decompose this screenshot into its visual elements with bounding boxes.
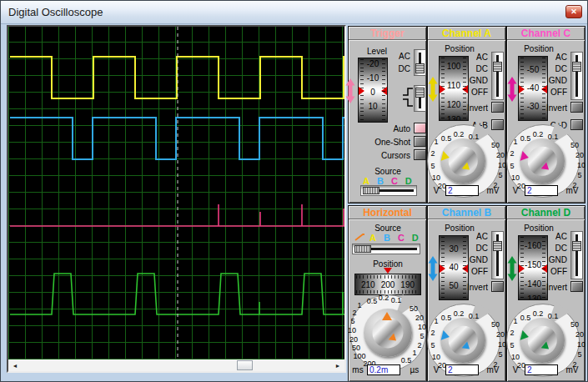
dial-scale-label: 10 bbox=[348, 326, 356, 334]
trigger-title: Trigger bbox=[349, 27, 426, 40]
scale-indicator bbox=[382, 312, 392, 320]
dial-scale-label: 5 bbox=[577, 350, 581, 359]
dial-scale-label: 0.5 bbox=[441, 314, 452, 322]
coupling-slider[interactable] bbox=[570, 231, 583, 279]
dial-scale-label: 1 bbox=[434, 317, 438, 325]
horizontal-position-gauge[interactable]: 210 200 190 bbox=[354, 274, 421, 295]
invert-button[interactable] bbox=[491, 102, 504, 113]
channel-c-title: Channel C bbox=[507, 27, 585, 40]
slider-handle[interactable] bbox=[415, 88, 425, 98]
scroll-right-icon[interactable]: ► bbox=[331, 359, 344, 371]
dial-scale-label: 50 bbox=[491, 141, 500, 149]
source-a: A bbox=[369, 233, 376, 243]
dial-scale-label: 0.1 bbox=[548, 133, 559, 141]
channel-a-panel: Channel A Position 100 110 120 130 AC DC… bbox=[427, 26, 506, 204]
unit-right: µs bbox=[404, 365, 425, 374]
slider-handle[interactable] bbox=[493, 241, 502, 251]
dial-scale-label: 10 bbox=[577, 161, 585, 169]
title-bar[interactable]: Digital Oscilloscope ✕ bbox=[1, 1, 587, 24]
level-drag-arrow[interactable] bbox=[345, 78, 355, 103]
gauge-marker-left bbox=[440, 264, 445, 273]
coupling-labels: AC DC GND OFF bbox=[530, 52, 567, 98]
scope-screen[interactable] bbox=[8, 27, 344, 359]
unit-left: V bbox=[430, 186, 443, 195]
coupling-labels: AC DC GND OFF bbox=[451, 231, 488, 278]
ac-label: AC bbox=[379, 50, 410, 63]
horizontal-source-slider[interactable] bbox=[352, 244, 420, 254]
slider-handle[interactable] bbox=[363, 187, 379, 194]
timebase-value-input[interactable] bbox=[367, 364, 400, 375]
dial-scale-label: 2 bbox=[430, 149, 435, 158]
unit-right: mV bbox=[481, 186, 505, 195]
scale-value-input[interactable] bbox=[525, 364, 558, 375]
position-drag-arrow[interactable] bbox=[428, 77, 438, 102]
one-shot-button[interactable] bbox=[414, 136, 426, 147]
one-shot-label: One-Shot bbox=[352, 138, 410, 147]
slider-handle[interactable] bbox=[493, 62, 502, 72]
unit-left: V bbox=[430, 365, 443, 374]
unit-right: mV bbox=[560, 186, 584, 195]
rising-edge-icon bbox=[402, 87, 414, 97]
gauge-marker-left bbox=[359, 87, 364, 95]
invert-button[interactable] bbox=[570, 281, 583, 292]
dial-scale-label: 2 bbox=[510, 149, 514, 158]
coupling-slider[interactable] bbox=[491, 231, 504, 279]
cursors-label: Cursors bbox=[352, 151, 410, 160]
dial-scale-label: 0.2 bbox=[533, 309, 544, 318]
slider-handle[interactable] bbox=[354, 245, 371, 253]
channel-d-title: Channel D bbox=[507, 206, 585, 219]
invert-button[interactable] bbox=[491, 281, 504, 292]
window-title: Digital Oscilloscope bbox=[8, 6, 103, 18]
scrollbar-thumb[interactable] bbox=[237, 360, 253, 370]
horizontal-scrollbar[interactable]: ◄ ► bbox=[8, 359, 344, 371]
dial-scale-label: 20 bbox=[496, 151, 505, 159]
edge-ramp-icon bbox=[354, 233, 366, 242]
dial-scale-label: 20 bbox=[415, 314, 424, 322]
dial-scale-label: 20 bbox=[349, 335, 358, 344]
dial-scale-label: 5 bbox=[498, 171, 502, 179]
slider-handle[interactable] bbox=[415, 63, 425, 73]
invert-label: Invert bbox=[431, 103, 488, 113]
dial-scale-label: 5 bbox=[510, 341, 514, 349]
dial-scale-label: 5 bbox=[498, 350, 502, 359]
gauge-marker-top bbox=[384, 268, 392, 274]
dial-scale-label: 1 bbox=[513, 138, 517, 146]
position-drag-arrow[interactable] bbox=[428, 256, 438, 281]
dial-scale-label: 5 bbox=[510, 162, 514, 170]
dial-scale-label: 50 bbox=[570, 320, 579, 329]
dial-scale-label: 5 bbox=[350, 317, 354, 325]
position-drag-arrow[interactable] bbox=[507, 77, 517, 102]
dial-scale-label: 0.5 bbox=[520, 314, 531, 322]
coupling-slider[interactable] bbox=[570, 52, 583, 100]
gauge-marker-right bbox=[381, 87, 387, 95]
cursors-button[interactable] bbox=[414, 149, 426, 160]
horizontal-source-options: A B C D bbox=[369, 233, 419, 243]
dial-scale-label: 20 bbox=[575, 151, 584, 159]
dial-scale-label: 1 bbox=[412, 349, 416, 357]
slider-handle[interactable] bbox=[572, 62, 581, 72]
trigger-source-slider[interactable] bbox=[360, 185, 417, 196]
close-button[interactable]: ✕ bbox=[565, 5, 582, 18]
invert-button[interactable] bbox=[570, 102, 583, 113]
channel-a-title: Channel A bbox=[428, 27, 505, 40]
dial-scale-label: 2 bbox=[430, 329, 435, 337]
gauge-value: -130 bbox=[519, 294, 547, 300]
position-drag-arrow[interactable] bbox=[507, 256, 517, 281]
dial-scale-label: 10 bbox=[498, 161, 506, 169]
coupling-slider[interactable] bbox=[491, 52, 504, 100]
dial-scale-label: 5 bbox=[430, 341, 435, 349]
trigger-coupling-slider[interactable] bbox=[414, 49, 426, 76]
slider-handle[interactable] bbox=[572, 241, 581, 251]
trigger-edge-slider[interactable] bbox=[414, 85, 426, 112]
scale-value-input[interactable] bbox=[525, 185, 558, 196]
gauge-value: 10 bbox=[359, 102, 387, 111]
scope-display-frame: ◄ ► bbox=[7, 25, 346, 373]
scale-value-input[interactable] bbox=[445, 364, 479, 375]
gauge-value: 200 bbox=[381, 280, 395, 289]
auto-button[interactable] bbox=[414, 123, 426, 133]
unit-left: V bbox=[509, 186, 522, 195]
scale-value-input[interactable] bbox=[445, 185, 479, 196]
scroll-left-icon[interactable]: ◄ bbox=[8, 359, 22, 371]
dial-scale-label: 0.1 bbox=[469, 312, 480, 320]
gauge-value: 130 bbox=[440, 115, 468, 121]
